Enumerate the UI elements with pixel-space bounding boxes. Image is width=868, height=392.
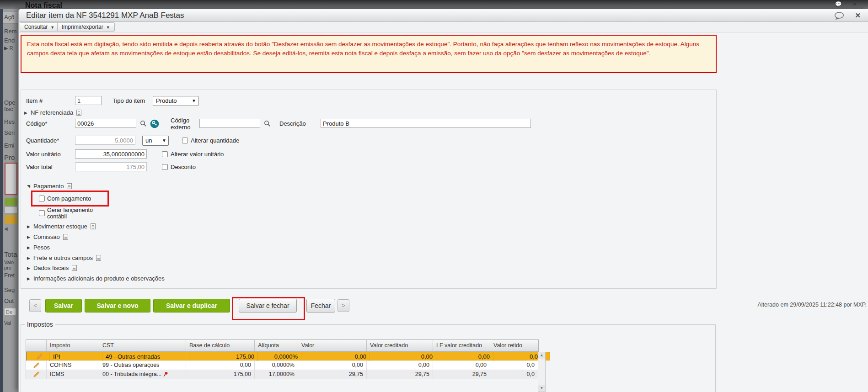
background-red-box <box>5 163 17 195</box>
pushpin-icon <box>163 371 168 377</box>
notes-icon[interactable] <box>76 110 81 116</box>
valor-unitario-label: Valor unitário <box>26 149 61 159</box>
desconto-checkbox[interactable] <box>162 164 168 170</box>
tipo-item-label: Tipo do item <box>113 96 145 106</box>
collapsed-arrow-icon: ▶ <box>27 276 30 281</box>
salvar-e-duplicar-button[interactable]: Salvar e duplicar <box>153 299 230 313</box>
notes-icon[interactable] <box>96 255 101 261</box>
background-amber-button-fragment <box>5 215 17 224</box>
notes-icon[interactable] <box>91 223 96 229</box>
valor-unitario-input[interactable] <box>75 149 147 159</box>
quantidade-input <box>75 136 135 145</box>
codigo-input[interactable] <box>75 119 136 128</box>
background-gray-button-fragment <box>5 207 17 213</box>
table-row-icms[interactable]: ICMS 00 - Tributada integra... 175,00 17… <box>26 370 538 379</box>
chevron-down-icon: ▼ <box>192 96 196 106</box>
codigo-externo-input[interactable] <box>199 119 260 128</box>
alterar-valor-unitario-checkbox[interactable] <box>162 151 168 157</box>
comment-bubble-icon[interactable] <box>834 12 844 20</box>
valor-total-input <box>75 162 147 171</box>
alterar-quantidade-checkbox[interactable] <box>182 138 188 143</box>
section-movimentar-estoque[interactable]: ▶Movimentar estoque <box>27 223 96 230</box>
tipo-item-select[interactable]: Produto▼ <box>153 96 198 106</box>
next-item-button[interactable]: > <box>338 299 349 312</box>
column-header[interactable]: Valor <box>298 340 367 351</box>
desconto-label: Desconto <box>171 164 196 170</box>
background-fragment: End <box>4 37 18 44</box>
background-left-panel-edge <box>0 9 3 392</box>
collapsed-arrow-icon: ▶ <box>27 245 30 250</box>
section-comissao[interactable]: ▶Comissão <box>27 233 68 240</box>
dialog-toolbar: Consultar▼ Imprimir/exportar▼ <box>19 22 868 32</box>
notes-icon[interactable] <box>63 234 68 240</box>
chevron-down-icon: ▼ <box>50 25 54 30</box>
notes-icon[interactable] <box>67 183 72 189</box>
salvar-e-fechar-button[interactable]: Salvar e fechar <box>239 299 297 313</box>
edit-pencil-icon[interactable] <box>26 361 47 370</box>
item-number-input[interactable] <box>75 96 102 105</box>
background-fragment: Emi <box>4 143 18 149</box>
background-fragment: Val <box>4 320 18 326</box>
search-icon[interactable] <box>264 120 271 127</box>
scroll-up-icon[interactable]: ▲ <box>538 352 545 359</box>
column-header[interactable] <box>26 340 47 351</box>
section-informacoes-adicionais[interactable]: ▶Informações adicionais do produto e obs… <box>27 275 165 282</box>
chevron-down-icon: ▼ <box>106 25 110 30</box>
background-fragment: Out <box>4 298 18 304</box>
unidade-select[interactable]: un▼ <box>142 136 169 146</box>
dialog-titlebar: Editar item da NF 3541291 MXP AnaB Festa… <box>19 9 868 22</box>
product-key-icon[interactable] <box>150 119 159 128</box>
background-fragment: Pro <box>4 154 18 161</box>
gerar-lancamento-checkbox[interactable] <box>39 210 45 216</box>
column-header[interactable]: Base de cálculo <box>186 340 255 351</box>
quantidade-label: Quantidade* <box>26 136 59 146</box>
previous-item-button[interactable]: < <box>29 299 41 312</box>
table-row-ipi[interactable]: IPI 49 - Outras entradas 175,00 0,0000% … <box>26 352 550 361</box>
table-scrollbar[interactable]: ▲ ▼ <box>538 352 546 392</box>
fechar-button[interactable]: Fechar <box>306 299 335 313</box>
edit-pencil-icon[interactable] <box>26 370 47 379</box>
descricao-label: Descrição <box>279 119 306 129</box>
background-fragment: De <box>4 308 16 315</box>
descricao-input[interactable] <box>321 119 531 128</box>
item-number-label: Item # <box>26 96 43 106</box>
background-window-title: Nota fiscal <box>25 1 62 10</box>
com-pagamento-checkbox[interactable] <box>39 196 45 201</box>
background-fragment: Seg <box>4 287 18 293</box>
column-header[interactable]: Valor creditado <box>367 340 433 351</box>
salvar-button[interactable]: Salvar <box>45 299 82 313</box>
background-fragment: Açõ <box>4 14 18 21</box>
column-header[interactable]: Alíquota <box>255 340 298 351</box>
section-dados-fiscais[interactable]: ▶Dados fiscais <box>27 265 77 271</box>
com-pagamento-label: Com pagamento <box>47 195 91 202</box>
background-fragment: ◀ <box>4 226 18 232</box>
table-row-cofins[interactable]: COFINS 99 - Outras operações 0,00 0,0000… <box>26 361 538 370</box>
column-header[interactable]: Imposto <box>47 340 99 351</box>
salvar-e-novo-button[interactable]: Salvar e novo <box>85 299 150 313</box>
imprimir-exportar-menu-button[interactable]: Imprimir/exportar▼ <box>57 22 115 32</box>
collapsed-arrow-icon: ▶ <box>24 111 27 115</box>
impostos-table: Imposto CST Base de cálculo Alíquota Val… <box>26 339 539 379</box>
collapsed-arrow-icon: ▶ <box>27 256 30 260</box>
column-header[interactable]: LF valor creditado <box>433 340 490 351</box>
section-frete-outros[interactable]: ▶Frete e outros campos <box>27 254 101 261</box>
column-header[interactable]: Valor retido <box>490 340 538 351</box>
section-pesos[interactable]: ▶Pesos <box>27 244 50 251</box>
notes-icon[interactable] <box>72 265 77 271</box>
audit-text: Alterado em 29/09/2025 11:22:48 por MXP. <box>757 302 867 308</box>
section-nf-referenciada[interactable]: ▶NF referenciada <box>24 109 81 116</box>
consultar-menu-button[interactable]: Consultar▼ <box>20 22 59 32</box>
background-fragment: ▶ R <box>4 45 18 51</box>
expanded-arrow-icon: ◥ <box>27 184 30 189</box>
search-icon[interactable] <box>140 120 147 127</box>
scroll-down-icon[interactable]: ▼ <box>538 385 545 392</box>
edit-pencil-icon[interactable] <box>29 352 50 361</box>
gerar-lancamento-label: Gerar lançamento contábil <box>47 207 111 220</box>
dialog-title: Editar item da NF 3541291 MXP AnaB Festa… <box>26 11 184 20</box>
background-window-titlebar: Nota fiscal 💬 ✕ <box>0 0 868 9</box>
close-icon[interactable]: ✕ <box>855 11 861 20</box>
background-green-button-fragment <box>5 198 17 206</box>
edit-nf-item-dialog: Editar item da NF 3541291 MXP AnaB Festa… <box>18 9 868 392</box>
section-pagamento[interactable]: ◥Pagamento <box>27 183 72 190</box>
column-header[interactable]: CST <box>99 340 186 351</box>
